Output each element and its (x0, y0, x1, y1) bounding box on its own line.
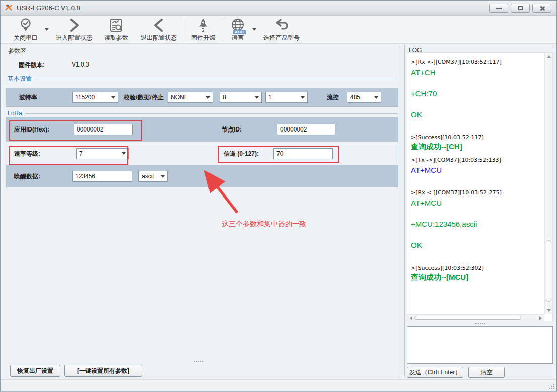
log-line: >[Success][10:03:52:117] (411, 134, 543, 141)
combo-arrow-icon (161, 175, 165, 178)
log-splitter-handle[interactable] (475, 323, 485, 324)
read-params-icon (109, 17, 124, 33)
rate-level-label: 速率等级: (14, 149, 40, 158)
annotation-text: 这三个参数和集中器的一致 (222, 220, 306, 229)
log-horizontal-scrollbar[interactable] (407, 314, 544, 321)
log-line: >[Rx <-][COM37][10:03:52:275] (411, 189, 543, 196)
flow-control-value: 485 (350, 94, 372, 101)
clear-button[interactable]: 清空 (468, 367, 505, 378)
log-line: +CH:70 (411, 89, 543, 98)
lora-section: LoRa (8, 110, 398, 117)
globe-icon: ABC (230, 17, 245, 33)
stop-bits-value: 1 (268, 94, 299, 101)
panel-splitter-handle[interactable] (194, 361, 203, 362)
combo-arrow-icon (122, 152, 126, 155)
send-button[interactable]: 发送（Ctrl+Enter） (407, 367, 463, 378)
vertical-scrollbar-thumb[interactable] (546, 240, 551, 302)
log-line (411, 77, 543, 87)
scroll-left-icon[interactable] (407, 315, 415, 321)
basic-settings-section: 基本设置 (8, 75, 398, 83)
parameter-panel-title: 参数区 (8, 47, 26, 55)
log-line: AT+MCU (411, 166, 543, 174)
toolbar-separator (184, 18, 184, 41)
log-line (411, 249, 543, 259)
log-output[interactable]: >[Rx <-][COM37][10:03:52:117]AT+CH +CH:7… (407, 52, 553, 321)
exit-config-button[interactable]: 退出配置状态 (134, 16, 183, 43)
scroll-right-icon[interactable] (537, 315, 544, 321)
close-serial-button[interactable]: 关闭串口 (8, 16, 44, 43)
baud-rate-value: 115200 (75, 94, 109, 101)
wake-data-input[interactable]: 123456 (72, 171, 132, 182)
flow-control-select[interactable]: 485 (347, 92, 381, 103)
rate-level-value: 7 (79, 150, 120, 157)
factory-reset-button[interactable]: 恢复出厂设置 (10, 365, 60, 377)
close-serial-dropdown-caret-icon[interactable] (45, 28, 49, 31)
log-line: 查询成功--[MCU] (411, 273, 543, 282)
section-divider (25, 113, 398, 114)
baud-rate-select[interactable]: 115200 (72, 92, 118, 103)
firmware-upgrade-button[interactable]: 固件升级 (185, 16, 222, 43)
language-button[interactable]: ABC 语言 (224, 16, 251, 43)
node-id-input[interactable]: 00000002 (277, 124, 335, 135)
app-id-input[interactable]: 00000002 (74, 124, 133, 135)
resize-grip-icon[interactable] (549, 383, 554, 389)
read-params-button[interactable]: 读取参数 (98, 16, 134, 43)
log-line: >[Success][10:03:52:302] (411, 265, 543, 271)
toolbar-item-label: 语言 (232, 34, 244, 42)
section-divider (35, 79, 398, 79)
lora-settings-block: 应用ID(Hex): 00000002 节点ID: 00000002 速率等级:… (6, 117, 398, 187)
rate-level-select[interactable]: 7 (76, 148, 129, 159)
language-dropdown-caret-icon[interactable] (252, 28, 256, 31)
basic-settings-title: 基本设置 (8, 75, 32, 83)
toolbar-item-label: 进入配置状态 (56, 34, 92, 42)
combo-arrow-icon (374, 96, 378, 99)
app-window: USR-LG206-C V1.0.8 关闭串口 (0, 0, 557, 392)
parity-select[interactable]: NONE (168, 92, 213, 103)
parity-data-stop-label: 校验/数据/停止 (124, 93, 164, 102)
rate-channel-row: 速率等级: 7 信道 (0-127): 70 (6, 142, 398, 165)
serial-settings-row: 波特率 115200 校验/数据/停止 NONE 8 1 流控 485 (6, 88, 398, 107)
chevron-right-icon (67, 17, 81, 33)
firmware-version-label: 固件版本: (19, 61, 45, 70)
app-id-label: 应用ID(Hex): (14, 125, 49, 134)
set-all-params-button[interactable]: [一键设置所有参数] (64, 365, 142, 377)
wake-format-select[interactable]: ascii (138, 171, 168, 182)
scroll-up-icon[interactable] (545, 53, 553, 60)
log-lines: >[Rx <-][COM37][10:03:52:117]AT+CH +CH:7… (411, 54, 543, 314)
maximize-button[interactable] (511, 4, 530, 13)
combo-arrow-icon (301, 96, 305, 99)
close-icon (539, 6, 545, 11)
log-line: +MCU:123456,ascii (411, 220, 543, 228)
select-model-button[interactable]: 选择产品型号 (257, 16, 306, 43)
toolbar-separator (223, 18, 223, 41)
rocket-icon (197, 17, 210, 33)
abc-badge: ABC (233, 30, 246, 34)
enter-config-button[interactable]: 进入配置状态 (50, 16, 98, 43)
flow-control-label: 流控 (327, 93, 339, 102)
log-vertical-scrollbar[interactable] (544, 53, 552, 314)
parameter-panel: 参数区 固件版本: V1.0.3 基本设置 波特率 115200 校验/数据/停… (4, 45, 400, 377)
log-line: AT+MCU (411, 199, 543, 207)
undo-arrow-icon (274, 17, 289, 33)
horizontal-scrollbar-thumb[interactable] (414, 316, 521, 320)
close-button[interactable] (532, 4, 551, 13)
log-line (411, 207, 543, 217)
channel-input[interactable]: 70 (273, 148, 333, 159)
serial-pin-check-icon (19, 17, 33, 33)
minimize-icon (496, 8, 502, 9)
send-input[interactable] (407, 326, 553, 364)
title-bar[interactable]: USR-LG206-C V1.0.8 (1, 1, 556, 16)
chevron-left-icon (152, 17, 165, 33)
toolbar-item-label: 选择产品型号 (263, 34, 300, 42)
node-id-label: 节点ID: (222, 125, 242, 134)
scroll-down-icon[interactable] (545, 307, 553, 314)
minimize-button[interactable] (489, 4, 508, 13)
data-bits-select[interactable]: 8 (220, 92, 262, 103)
toolbar-item-label: 读取参数 (104, 34, 128, 42)
log-line (411, 98, 543, 108)
toolbar-item-label: 退出配置状态 (141, 34, 177, 42)
stop-bits-select[interactable]: 1 (265, 92, 308, 103)
channel-label: 信道 (0-127): (224, 149, 259, 158)
data-bits-value: 8 (223, 94, 253, 101)
combo-arrow-icon (206, 96, 210, 99)
